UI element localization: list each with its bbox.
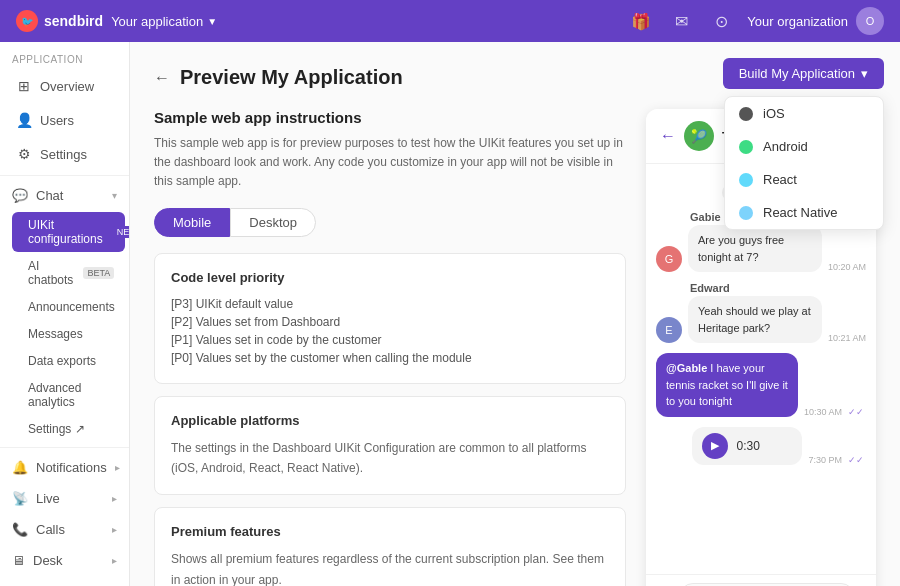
users-icon: 👤 xyxy=(16,112,32,128)
platforms-card: Applicable platforms The settings in the… xyxy=(154,396,626,496)
notifications-icon: 🔔 xyxy=(12,460,28,475)
sidebar-item-settings[interactable]: ⚙ Settings xyxy=(4,138,125,170)
sidebar-item-data-exports[interactable]: Data exports xyxy=(12,348,125,374)
dropdown-item-ios[interactable]: iOS xyxy=(725,97,883,130)
edward-avatar: E xyxy=(656,317,682,343)
notifications-header[interactable]: 🔔 Notifications ▸ xyxy=(0,452,129,483)
code-priority-card: Code level priority [P3] UIKit default v… xyxy=(154,253,626,384)
org-name: Your organization xyxy=(747,14,848,29)
msg-row-3: ✓✓ 10:30 AM @Gable I have your tennis ra… xyxy=(656,353,866,417)
preview-back-button[interactable]: ← xyxy=(660,127,676,145)
sidebar: APPLICATION ⊞ Overview 👤 Users ⚙ Setting… xyxy=(0,42,130,586)
premium-card: Premium features Shows all premium featu… xyxy=(154,507,626,586)
code-priority-title: Code level priority xyxy=(171,270,609,285)
app-name: Your application xyxy=(111,14,203,29)
dropdown-item-android[interactable]: Android xyxy=(725,130,883,163)
msg-checkmark-1: ✓✓ xyxy=(848,407,864,417)
dropdown-item-react-native[interactable]: React Native xyxy=(725,196,883,229)
back-button[interactable]: ← xyxy=(154,69,170,87)
react-dot xyxy=(739,173,753,187)
messages-label: Messages xyxy=(28,327,83,341)
platforms-title: Applicable platforms xyxy=(171,413,609,428)
sidebar-item-advanced-analytics[interactable]: Advanced analytics xyxy=(12,375,125,415)
audio-duration: 0:30 xyxy=(736,439,759,453)
gabie-avatar: G xyxy=(656,246,682,272)
tab-desktop[interactable]: Desktop xyxy=(230,208,316,237)
msg-row-2: E Yeah should we play at Heritage park? … xyxy=(656,296,866,343)
msg-row-1: G Are you guys free tonight at 7? 10:20 … xyxy=(656,225,866,272)
org-info: Your organization O xyxy=(747,7,884,35)
msg-time-1: 10:20 AM xyxy=(828,262,866,272)
msg-bubble-2: Yeah should we play at Heritage park? xyxy=(688,296,822,343)
chevron-down-icon: ▼ xyxy=(207,16,217,27)
priority-item: [P0] Values set by the customer when cal… xyxy=(171,349,609,367)
chat-group-header[interactable]: 💬 Chat ▾ xyxy=(0,180,129,211)
sidebar-divider-2 xyxy=(0,447,129,448)
android-label: Android xyxy=(763,139,808,154)
build-dropdown-container: Build My Application ▾ iOS Android React xyxy=(723,58,884,89)
page-title: Preview My Application xyxy=(180,66,403,89)
priority-item: [P3] UIKit default value xyxy=(171,295,609,313)
settings-chat-label: Settings ↗ xyxy=(28,422,85,436)
chevron-icon-4: ▸ xyxy=(112,524,117,535)
play-button[interactable]: ▶ xyxy=(702,433,728,459)
platform-tabs: Mobile Desktop xyxy=(154,208,626,237)
logo-text: sendbird xyxy=(44,13,103,29)
instructions-desc: This sample web app is for preview purpo… xyxy=(154,134,626,192)
react-native-dot xyxy=(739,206,753,220)
left-panel: Sample web app instructions This sample … xyxy=(154,109,626,586)
data-exports-label: Data exports xyxy=(28,354,96,368)
priority-item: [P1] Values set in code by the customer xyxy=(171,331,609,349)
sidebar-divider xyxy=(0,175,129,176)
mail-icon[interactable]: ✉ xyxy=(667,7,695,35)
tab-mobile[interactable]: Mobile xyxy=(154,208,230,237)
desk-header[interactable]: 🖥 Desk ▸ xyxy=(0,545,129,576)
build-btn-label: Build My Application xyxy=(739,66,855,81)
premium-text: Shows all premium features regardless of… xyxy=(171,549,609,586)
avatar[interactable]: O xyxy=(856,7,884,35)
msg-bubble-3: @Gable I have your tennis racket so I'll… xyxy=(656,353,798,417)
desk-label: Desk xyxy=(33,553,63,568)
sidebar-item-users[interactable]: 👤 Users xyxy=(4,104,125,136)
desk-icon: 🖥 xyxy=(12,553,25,568)
chat-subitems: UIKit configurations NEW AI chatbots BET… xyxy=(0,211,129,443)
chevron-icon-5: ▸ xyxy=(112,555,117,566)
sidebar-item-ai-chatbots[interactable]: AI chatbots BETA xyxy=(12,253,125,293)
priority-item: [P2] Values set from Dashboard xyxy=(171,313,609,331)
sidebar-item-overview[interactable]: ⊞ Overview xyxy=(4,70,125,102)
chevron-icon: ▾ xyxy=(112,190,117,201)
overview-label: Overview xyxy=(40,79,94,94)
ios-dot xyxy=(739,107,753,121)
msg-group-me-2: ✓✓ 7:30 PM ▶ 0:30 xyxy=(656,427,866,465)
live-label: Live xyxy=(36,491,60,506)
audio-bubble: ▶ 0:30 xyxy=(692,427,802,465)
msg-time-4: 7:30 PM xyxy=(808,455,842,465)
settings-icon: ⚙ xyxy=(16,146,32,162)
new-badge: NEW xyxy=(113,226,130,238)
notifications-label: Notifications xyxy=(36,460,107,475)
app-selector[interactable]: Your application ▼ xyxy=(111,14,217,29)
calls-header[interactable]: 📞 Calls ▸ xyxy=(0,514,129,545)
calls-icon: 📞 xyxy=(12,522,28,537)
settings-label: Settings xyxy=(40,147,87,162)
msg-time-3: 10:30 AM xyxy=(804,407,842,417)
announcements-label: Announcements xyxy=(28,300,115,314)
priority-list: [P3] UIKit default value [P2] Values set… xyxy=(171,295,609,367)
live-header[interactable]: 📡 Live ▸ xyxy=(0,483,129,514)
advanced-analytics-label: Advanced analytics xyxy=(28,381,113,409)
dropdown-item-react[interactable]: React xyxy=(725,163,883,196)
live-icon: 📡 xyxy=(12,491,28,506)
sidebar-item-settings-chat[interactable]: Settings ↗ xyxy=(12,416,125,442)
build-btn-chevron: ▾ xyxy=(861,66,868,81)
sidebar-item-messages[interactable]: Messages xyxy=(12,321,125,347)
help-icon[interactable]: ⊙ xyxy=(707,7,735,35)
gift-icon[interactable]: 🎁 xyxy=(627,7,655,35)
build-my-application-button[interactable]: Build My Application ▾ xyxy=(723,58,884,89)
uikit-label: UIKit configurations xyxy=(28,218,103,246)
preview-input-area: ⊞ 🎤 xyxy=(646,574,876,586)
logo-icon: 🐦 xyxy=(16,10,38,32)
nav-right: 🎁 ✉ ⊙ Your organization O xyxy=(627,7,884,35)
msg-group-me-1: ✓✓ 10:30 AM @Gable I have your tennis ra… xyxy=(656,353,866,417)
sidebar-item-uikit[interactable]: UIKit configurations NEW xyxy=(12,212,125,252)
sidebar-item-announcements[interactable]: Announcements xyxy=(12,294,125,320)
